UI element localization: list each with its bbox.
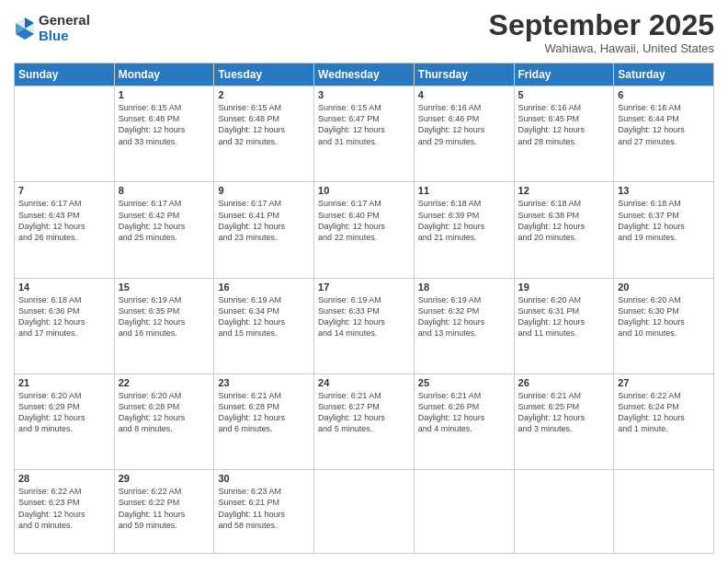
- logo-blue: Blue: [39, 29, 90, 44]
- day-cell: 9Sunrise: 6:17 AMSunset: 6:41 PMDaylight…: [214, 182, 314, 278]
- logo-text: General Blue: [39, 13, 90, 43]
- day-info: Sunrise: 6:17 AMSunset: 6:42 PMDaylight:…: [119, 198, 210, 243]
- page: General Blue September 2025 Wahiawa, Haw…: [0, 0, 728, 563]
- day-info: Sunrise: 6:17 AMSunset: 6:41 PMDaylight:…: [218, 198, 310, 243]
- day-number: 28: [18, 473, 110, 484]
- day-cell: 4Sunrise: 6:16 AMSunset: 6:46 PMDaylight…: [414, 86, 514, 182]
- header-cell-monday: Monday: [114, 63, 214, 86]
- day-cell: 1Sunrise: 6:15 AMSunset: 6:48 PMDaylight…: [114, 86, 214, 182]
- calendar: SundayMondayTuesdayWednesdayThursdayFrid…: [14, 63, 714, 554]
- day-info: Sunrise: 6:20 AMSunset: 6:31 PMDaylight:…: [518, 294, 610, 339]
- day-cell: 27Sunrise: 6:22 AMSunset: 6:24 PMDayligh…: [614, 374, 714, 470]
- day-info: Sunrise: 6:20 AMSunset: 6:29 PMDaylight:…: [18, 390, 110, 435]
- day-number: 26: [518, 377, 610, 388]
- day-number: 17: [318, 282, 410, 293]
- day-number: 20: [618, 282, 710, 293]
- day-cell: 13Sunrise: 6:18 AMSunset: 6:37 PMDayligh…: [614, 182, 714, 278]
- day-number: 16: [218, 282, 310, 293]
- day-cell: 15Sunrise: 6:19 AMSunset: 6:35 PMDayligh…: [114, 278, 214, 373]
- day-cell: 11Sunrise: 6:18 AMSunset: 6:39 PMDayligh…: [414, 182, 514, 278]
- day-number: 2: [218, 89, 310, 100]
- day-cell: 29Sunrise: 6:22 AMSunset: 6:22 PMDayligh…: [114, 470, 214, 554]
- day-info: Sunrise: 6:19 AMSunset: 6:33 PMDaylight:…: [318, 294, 410, 339]
- day-info: Sunrise: 6:17 AMSunset: 6:40 PMDaylight:…: [318, 198, 410, 243]
- day-cell: 28Sunrise: 6:22 AMSunset: 6:23 PMDayligh…: [15, 470, 115, 554]
- day-cell: 20Sunrise: 6:20 AMSunset: 6:30 PMDayligh…: [614, 278, 714, 373]
- day-cell: 24Sunrise: 6:21 AMSunset: 6:27 PMDayligh…: [314, 374, 415, 470]
- day-info: Sunrise: 6:21 AMSunset: 6:27 PMDaylight:…: [318, 390, 410, 435]
- header-cell-tuesday: Tuesday: [214, 63, 314, 86]
- day-cell: 17Sunrise: 6:19 AMSunset: 6:33 PMDayligh…: [314, 278, 415, 373]
- day-info: Sunrise: 6:22 AMSunset: 6:22 PMDaylight:…: [119, 486, 210, 531]
- day-cell: [314, 470, 415, 554]
- week-row-5: 28Sunrise: 6:22 AMSunset: 6:23 PMDayligh…: [15, 470, 714, 554]
- day-info: Sunrise: 6:18 AMSunset: 6:37 PMDaylight:…: [618, 198, 710, 243]
- day-info: Sunrise: 6:18 AMSunset: 6:38 PMDaylight:…: [518, 198, 610, 243]
- day-info: Sunrise: 6:23 AMSunset: 6:21 PMDaylight:…: [218, 486, 310, 531]
- day-cell: 2Sunrise: 6:15 AMSunset: 6:48 PMDaylight…: [214, 86, 314, 182]
- day-cell: 18Sunrise: 6:19 AMSunset: 6:32 PMDayligh…: [414, 278, 514, 373]
- day-info: Sunrise: 6:15 AMSunset: 6:47 PMDaylight:…: [318, 102, 410, 147]
- day-number: 3: [318, 89, 410, 100]
- day-info: Sunrise: 6:20 AMSunset: 6:30 PMDaylight:…: [618, 294, 710, 339]
- week-row-1: 1Sunrise: 6:15 AMSunset: 6:48 PMDaylight…: [15, 86, 714, 182]
- day-cell: [15, 86, 115, 182]
- day-number: 13: [618, 185, 710, 196]
- day-number: 30: [218, 473, 310, 484]
- day-info: Sunrise: 6:22 AMSunset: 6:24 PMDaylight:…: [618, 390, 710, 435]
- day-cell: 10Sunrise: 6:17 AMSunset: 6:40 PMDayligh…: [314, 182, 415, 278]
- day-number: 27: [618, 377, 710, 388]
- day-number: 18: [418, 282, 510, 293]
- day-cell: 8Sunrise: 6:17 AMSunset: 6:42 PMDaylight…: [114, 182, 214, 278]
- day-number: 10: [318, 185, 410, 196]
- month-title: September 2025: [489, 9, 714, 41]
- day-number: 1: [119, 89, 210, 100]
- day-cell: [414, 470, 514, 554]
- day-number: 8: [119, 185, 210, 196]
- day-info: Sunrise: 6:17 AMSunset: 6:43 PMDaylight:…: [18, 198, 110, 243]
- day-number: 11: [418, 185, 510, 196]
- day-info: Sunrise: 6:19 AMSunset: 6:32 PMDaylight:…: [418, 294, 510, 339]
- day-info: Sunrise: 6:15 AMSunset: 6:48 PMDaylight:…: [119, 102, 210, 147]
- day-cell: 3Sunrise: 6:15 AMSunset: 6:47 PMDaylight…: [314, 86, 415, 182]
- day-info: Sunrise: 6:18 AMSunset: 6:39 PMDaylight:…: [418, 198, 510, 243]
- day-number: 22: [119, 377, 210, 388]
- header-cell-saturday: Saturday: [614, 63, 714, 86]
- header-cell-friday: Friday: [514, 63, 614, 86]
- day-number: 7: [18, 185, 110, 196]
- day-number: 5: [518, 89, 610, 100]
- day-cell: 30Sunrise: 6:23 AMSunset: 6:21 PMDayligh…: [214, 470, 314, 554]
- day-number: 6: [618, 89, 710, 100]
- day-info: Sunrise: 6:15 AMSunset: 6:48 PMDaylight:…: [218, 102, 310, 147]
- day-cell: 6Sunrise: 6:16 AMSunset: 6:44 PMDaylight…: [614, 86, 714, 182]
- day-info: Sunrise: 6:19 AMSunset: 6:35 PMDaylight:…: [119, 294, 210, 339]
- day-cell: 5Sunrise: 6:16 AMSunset: 6:45 PMDaylight…: [514, 86, 614, 182]
- day-number: 12: [518, 185, 610, 196]
- day-cell: 7Sunrise: 6:17 AMSunset: 6:43 PMDaylight…: [15, 182, 115, 278]
- day-number: 23: [218, 377, 310, 388]
- day-number: 14: [18, 282, 110, 293]
- week-row-2: 7Sunrise: 6:17 AMSunset: 6:43 PMDaylight…: [15, 182, 714, 278]
- day-cell: 12Sunrise: 6:18 AMSunset: 6:38 PMDayligh…: [514, 182, 614, 278]
- day-number: 25: [418, 377, 510, 388]
- day-number: 21: [18, 377, 110, 388]
- day-number: 4: [418, 89, 510, 100]
- day-cell: 25Sunrise: 6:21 AMSunset: 6:26 PMDayligh…: [414, 374, 514, 470]
- day-info: Sunrise: 6:22 AMSunset: 6:23 PMDaylight:…: [18, 486, 110, 531]
- day-cell: 21Sunrise: 6:20 AMSunset: 6:29 PMDayligh…: [15, 374, 115, 470]
- logo-icon: [14, 16, 36, 41]
- week-row-3: 14Sunrise: 6:18 AMSunset: 6:36 PMDayligh…: [15, 278, 714, 373]
- header: General Blue September 2025 Wahiawa, Haw…: [14, 9, 714, 55]
- day-info: Sunrise: 6:21 AMSunset: 6:28 PMDaylight:…: [218, 390, 310, 435]
- day-info: Sunrise: 6:21 AMSunset: 6:26 PMDaylight:…: [418, 390, 510, 435]
- header-cell-sunday: Sunday: [15, 63, 115, 86]
- header-cell-wednesday: Wednesday: [314, 63, 415, 86]
- day-cell: 16Sunrise: 6:19 AMSunset: 6:34 PMDayligh…: [214, 278, 314, 373]
- day-number: 29: [119, 473, 210, 484]
- day-cell: 19Sunrise: 6:20 AMSunset: 6:31 PMDayligh…: [514, 278, 614, 373]
- week-row-4: 21Sunrise: 6:20 AMSunset: 6:29 PMDayligh…: [15, 374, 714, 470]
- day-info: Sunrise: 6:16 AMSunset: 6:44 PMDaylight:…: [618, 102, 710, 147]
- day-info: Sunrise: 6:19 AMSunset: 6:34 PMDaylight:…: [218, 294, 310, 339]
- day-cell: 14Sunrise: 6:18 AMSunset: 6:36 PMDayligh…: [15, 278, 115, 373]
- day-info: Sunrise: 6:21 AMSunset: 6:25 PMDaylight:…: [518, 390, 610, 435]
